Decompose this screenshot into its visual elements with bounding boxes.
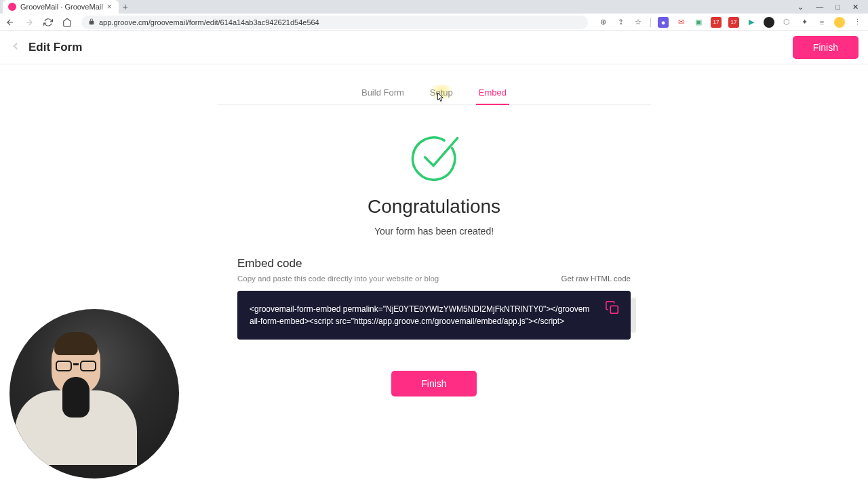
cursor-pointer-icon [435, 92, 444, 104]
tab-bar: GrooveMail · GrooveMail × + ⌄ — □ ✕ [0, 0, 868, 14]
app-header: Edit Form Finish [0, 31, 868, 64]
close-window-button[interactable]: ✕ [852, 3, 859, 12]
congrats-heading: Congratulations [237, 196, 631, 218]
main-content: Congratulations Your form has been creat… [217, 132, 651, 396]
url-bar[interactable]: app.groove.cm/groovemail/form/edit/614a1… [81, 16, 588, 29]
new-tab-button[interactable]: + [119, 1, 132, 12]
close-tab-icon[interactable]: × [107, 2, 112, 12]
congrats-subtext: Your form has been created! [237, 226, 631, 237]
gmail-icon[interactable]: ✉ [675, 17, 686, 28]
tab-embed[interactable]: Embed [476, 83, 509, 104]
embed-code-text[interactable]: <groovemail-form-embed permalink="NjE0YT… [250, 303, 590, 327]
tab-title: GrooveMail · GrooveMail [20, 3, 103, 11]
webcam-overlay [9, 309, 179, 479]
chevron-down-icon[interactable]: ⌄ [797, 3, 804, 12]
extension-icons: ⊕ ⇪ ☆ ● ✉ ▣ 17 17 ▶ ⬡ ✦ ≡ ⋮ [597, 17, 863, 28]
ext-icon-8[interactable]: ≡ [816, 17, 827, 28]
svg-rect-0 [610, 306, 618, 313]
menu-icon[interactable]: ⋮ [852, 17, 863, 28]
extensions-icon[interactable]: ✦ [799, 17, 810, 28]
maximize-button[interactable]: □ [835, 3, 840, 12]
profile-icon[interactable] [834, 17, 845, 28]
tab-build-form[interactable]: Build Form [359, 83, 407, 104]
ext-icon-4[interactable]: 17 [728, 17, 739, 28]
finish-button-header[interactable]: Finish [793, 36, 859, 59]
favicon-icon [8, 3, 16, 11]
star-icon[interactable]: ☆ [633, 17, 644, 28]
home-button[interactable] [62, 18, 72, 27]
minimize-button[interactable]: — [816, 3, 823, 12]
nav-bar: app.groove.cm/groovemail/form/edit/614a1… [0, 14, 868, 31]
zoom-icon[interactable]: ⊕ [597, 17, 608, 28]
ext-icon-6[interactable] [764, 17, 774, 28]
ext-icon-3[interactable]: 17 [711, 17, 722, 28]
reload-button[interactable] [43, 18, 53, 27]
back-chevron-icon[interactable] [9, 40, 22, 55]
ext-icon-5[interactable]: ▶ [746, 17, 757, 28]
embed-code-box: <groovemail-form-embed permalink="NjE0YT… [237, 291, 631, 340]
browser-chrome: GrooveMail · GrooveMail × + ⌄ — □ ✕ app.… [0, 0, 868, 31]
url-text: app.groove.cm/groovemail/form/edit/614a1… [99, 18, 319, 26]
success-check-icon [237, 132, 631, 182]
lock-icon [88, 18, 95, 26]
embed-hint: Copy and paste this code directly into y… [237, 274, 439, 283]
back-button[interactable] [5, 18, 15, 27]
code-scrollbar[interactable] [631, 298, 636, 333]
ext-icon-2[interactable]: ▣ [693, 17, 704, 28]
ext-icon-7[interactable]: ⬡ [781, 17, 792, 28]
browser-tab[interactable]: GrooveMail · GrooveMail × [3, 0, 119, 14]
window-controls: ⌄ — □ ✕ [797, 3, 868, 12]
embed-code-heading: Embed code [237, 257, 631, 270]
raw-html-link[interactable]: Get raw HTML code [561, 274, 631, 283]
wizard-tabs: Build Form Setup Embed [217, 83, 651, 105]
ext-icon-1[interactable]: ● [658, 17, 669, 28]
share-icon[interactable]: ⇪ [615, 17, 626, 28]
finish-button-main[interactable]: Finish [391, 371, 476, 396]
forward-button[interactable] [24, 18, 34, 27]
page-title: Edit Form [28, 41, 82, 54]
copy-button[interactable] [605, 300, 621, 317]
